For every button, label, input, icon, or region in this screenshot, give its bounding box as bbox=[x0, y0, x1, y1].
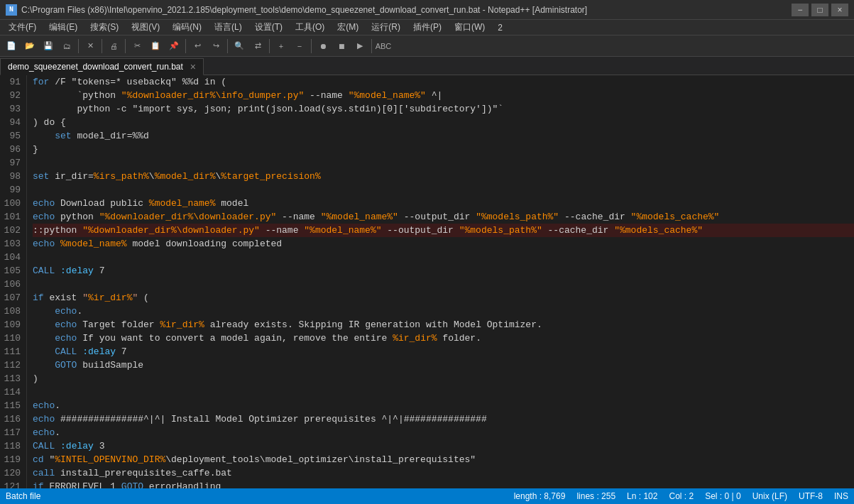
new-button[interactable]: 📄 bbox=[3, 38, 20, 55]
code-line: set ir_dir=%irs_path%\%model_dir%\%targe… bbox=[33, 170, 854, 183]
token-plain bbox=[77, 345, 82, 358]
line-number: 104 bbox=[3, 251, 21, 264]
menu-item[interactable]: 设置(T) bbox=[249, 20, 288, 35]
menu-item[interactable]: 工具(O) bbox=[290, 20, 330, 35]
copy-button[interactable]: 📋 bbox=[147, 38, 164, 55]
token-plain: ` bbox=[33, 89, 82, 102]
token-var-orange: %ir_dir% bbox=[88, 291, 132, 305]
token-plain: --name bbox=[260, 224, 304, 237]
play-button[interactable]: ▶ bbox=[351, 38, 368, 55]
token-var-orange: "%downloader_dir%\info_dumper.py" bbox=[121, 89, 304, 102]
token-var-orange: %target_precision% bbox=[221, 170, 320, 183]
token-label: :delay bbox=[60, 439, 94, 453]
token-kw: set bbox=[55, 129, 71, 143]
menu-item[interactable]: 视图(V) bbox=[126, 20, 165, 35]
tab-close-icon[interactable]: × bbox=[190, 61, 196, 72]
line-number: 109 bbox=[3, 318, 21, 332]
redo-button[interactable]: ↪ bbox=[207, 38, 224, 55]
token-kw: if bbox=[33, 291, 44, 305]
code-line: echo. bbox=[33, 426, 854, 439]
open-button[interactable]: 📂 bbox=[21, 38, 38, 55]
code-line: cd "%INTEL_OPENVINO_DIR%\deployment_tool… bbox=[33, 453, 854, 466]
replace-button[interactable]: ⇄ bbox=[249, 38, 266, 55]
line-number: 95 bbox=[3, 129, 21, 143]
token-plain: ###############^|^| Install Model Optimi… bbox=[55, 412, 487, 426]
token-plain: " bbox=[44, 453, 55, 466]
toolbar-separator-6 bbox=[269, 39, 270, 53]
col-info: Col : 2 bbox=[669, 491, 694, 501]
print-button[interactable]: 🖨 bbox=[105, 38, 122, 55]
token-kw: echo bbox=[33, 426, 55, 439]
zoom-out-button[interactable]: − bbox=[291, 38, 308, 55]
find-button[interactable]: 🔍 bbox=[231, 38, 248, 55]
unix-info: Unix (LF) bbox=[752, 491, 787, 501]
token-plain: /F "tokens=* usebackq" %%d in ( bbox=[49, 75, 226, 89]
menu-item[interactable]: 文件(F) bbox=[3, 20, 42, 35]
line-number: 101 bbox=[3, 210, 21, 224]
code-area[interactable]: for /F "tokens=* usebackq" %%d in ( `pyt… bbox=[27, 75, 854, 488]
line-number: 91 bbox=[3, 75, 21, 89]
token-plain: model_dir=%%d bbox=[72, 129, 149, 143]
menu-item[interactable]: 2 bbox=[492, 20, 508, 35]
toolbar: 📄 📂 💾 🗂 ✕ 🖨 ✂ 📋 📌 ↩ ↪ 🔍 ⇄ + − ⏺ ⏹ ▶ ABC bbox=[0, 35, 854, 57]
code-line: set model_dir=%%d bbox=[33, 129, 854, 143]
cut-button[interactable]: ✂ bbox=[128, 38, 146, 55]
token-kw: echo bbox=[55, 332, 77, 345]
line-number: 106 bbox=[3, 278, 21, 291]
line-number: 99 bbox=[3, 183, 21, 197]
ins-info: INS bbox=[834, 491, 848, 501]
token-plain bbox=[33, 305, 55, 318]
toolbar-separator-5 bbox=[227, 39, 228, 53]
close-button[interactable]: × bbox=[831, 4, 848, 16]
token-plain: --cache_dir bbox=[559, 210, 630, 224]
paste-button[interactable]: 📌 bbox=[165, 38, 182, 55]
line-number: 107 bbox=[3, 291, 21, 305]
minimize-button[interactable]: − bbox=[792, 4, 809, 16]
menu-item[interactable]: 运行(R) bbox=[366, 20, 406, 35]
token-str: " bbox=[82, 291, 88, 305]
spell-button[interactable]: ABC bbox=[375, 38, 392, 55]
token-plain bbox=[55, 237, 60, 251]
record-button[interactable]: ⏺ bbox=[314, 38, 332, 55]
menu-item[interactable]: 语言(L) bbox=[209, 20, 248, 35]
line-number: 96 bbox=[3, 143, 21, 156]
line-number: 121 bbox=[3, 480, 21, 488]
toolbar-separator-1 bbox=[78, 39, 79, 53]
token-plain: folder. bbox=[437, 332, 481, 345]
menu-item[interactable]: 窗口(W) bbox=[449, 20, 491, 35]
active-tab[interactable]: demo_squeezenet_download_convert_run.bat… bbox=[0, 58, 204, 75]
line-number: 100 bbox=[3, 197, 21, 210]
maximize-button[interactable]: □ bbox=[811, 4, 828, 16]
token-plain bbox=[33, 318, 55, 332]
token-var-orange: "%models_cache%" bbox=[631, 210, 720, 224]
token-var-orange: "%model_name%" bbox=[321, 210, 398, 224]
menu-item[interactable]: 插件(P) bbox=[407, 20, 447, 35]
code-line: echo If you want to convert a model agai… bbox=[33, 332, 854, 345]
token-plain: ir_dir= bbox=[49, 170, 93, 183]
token-kw: echo bbox=[33, 412, 55, 426]
token-kw: if bbox=[33, 480, 44, 488]
tab-bar: demo_squeezenet_download_convert_run.bat… bbox=[0, 57, 854, 75]
menu-item[interactable]: 搜索(S) bbox=[84, 20, 124, 35]
token-var-orange: "%downloader_dir%\downloader.py" bbox=[82, 224, 260, 237]
code-line: ) do { bbox=[33, 116, 854, 129]
menu-item[interactable]: 宏(M) bbox=[332, 20, 364, 35]
code-line: } bbox=[33, 143, 854, 156]
token-var-orange: "%models_path%" bbox=[476, 210, 559, 224]
undo-button[interactable]: ↩ bbox=[189, 38, 206, 55]
close-doc-button[interactable]: ✕ bbox=[82, 38, 99, 55]
code-line bbox=[33, 385, 854, 399]
code-line: echo python "%downloader_dir%\downloader… bbox=[33, 210, 854, 224]
save-all-button[interactable]: 🗂 bbox=[58, 38, 75, 55]
zoom-in-button[interactable]: + bbox=[273, 38, 290, 55]
code-line: if ERRORLEVEL 1 GOTO errorHandling bbox=[33, 480, 854, 488]
token-var-orange: %model_name% bbox=[60, 237, 127, 251]
menu-item[interactable]: 编码(N) bbox=[167, 20, 207, 35]
save-button[interactable]: 💾 bbox=[40, 38, 57, 55]
token-kw: echo bbox=[33, 210, 55, 224]
stop-button[interactable]: ⏹ bbox=[333, 38, 350, 55]
editor-area: 9192939495969798991001011021031041051061… bbox=[0, 75, 854, 488]
tab-label: demo_squeezenet_download_convert_run.bat bbox=[8, 62, 183, 72]
file-type: Batch file bbox=[6, 491, 40, 501]
menu-item[interactable]: 编辑(E) bbox=[43, 20, 83, 35]
